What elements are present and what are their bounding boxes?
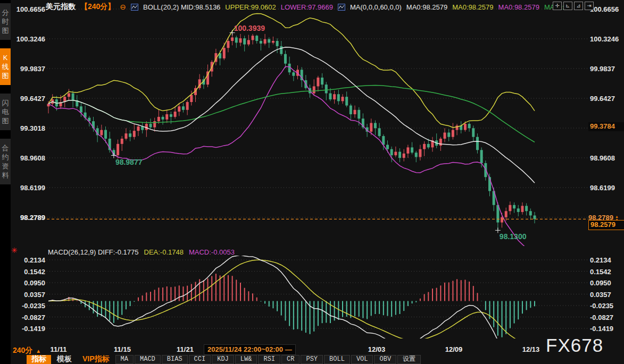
bottom-toolbar: 指标模板VIP指标MAMACDBIASCCIKDJLW&RSICRPSYBOLL…: [27, 355, 421, 364]
legend-item: MA0:98.2579: [498, 3, 539, 11]
x-axis-label: 12/03: [368, 345, 386, 353]
chart-annotation: 98.1300: [500, 232, 527, 241]
legend-item: UPPER:99.0602: [225, 3, 276, 11]
toolbar-button-OBV[interactable]: OBV: [374, 355, 396, 364]
double-up-arrow-icon: ▲▲: [615, 215, 619, 220]
crosshair-icon[interactable]: ✛: [553, 2, 562, 10]
toolbar-button-RSI[interactable]: RSI: [258, 355, 280, 364]
toolbar-button-CR[interactable]: CR: [281, 355, 299, 364]
macd-legend: MACD(26,12,9) DIFF:-0.1775DEA:-0.1748MAC…: [48, 248, 235, 256]
toolbar-button-CCI[interactable]: CCI: [189, 355, 211, 364]
legend-item: MA0:98.2579: [406, 3, 447, 11]
toolbar-button-LW&[interactable]: LW&: [235, 355, 257, 364]
legend-values: BOLL(20,2) MID:98.5136UPPER:99.0602LOWER…: [131, 3, 568, 11]
legend-item: LOWER:97.9669: [281, 3, 333, 11]
toolbar-button-设置[interactable]: 设置: [397, 355, 421, 364]
toolbar-button-模板[interactable]: 模板: [52, 355, 77, 364]
period-tag: 【240分】: [80, 2, 115, 12]
session-range-box[interactable]: 2025/11/24 22:00~02:00 —: [204, 344, 296, 355]
x-axis-label: 12/09: [445, 345, 463, 353]
axis-value-badge: 99.3784: [588, 122, 624, 131]
alarm-icon[interactable]: ✳: [11, 246, 18, 255]
collapse-icon[interactable]: ⊖: [120, 3, 126, 11]
x-axis-label: 11/21: [177, 345, 194, 353]
footer-period-text: 240分: [13, 346, 32, 355]
legend-item: MA0:98.2579: [452, 3, 493, 11]
x-axis-label: 11/15: [114, 345, 131, 353]
macd-legend-item: DEA:-0.1748: [144, 248, 184, 256]
toolbar-button-VOL[interactable]: VOL: [351, 355, 373, 364]
symbol-title: 美元指数: [46, 2, 76, 12]
chart-annotation: 100.3939: [234, 24, 265, 32]
legend-item: MA(0,0,0,60,0,0): [350, 3, 402, 11]
last-price-badge: 98.2579: [588, 220, 624, 230]
legend-item: BOLL(20,2) MID:98.5136: [143, 3, 220, 11]
macd-legend-item: MACD(26,12,9) DIFF:-0.1775: [48, 248, 139, 256]
watermark: FX678: [546, 335, 603, 356]
indicator-legend: 美元指数【240分】⊖ BOLL(20,2) MID:98.5136UPPER:…: [46, 2, 568, 12]
indicator-chart-icon[interactable]: [131, 4, 138, 11]
chart-annotation: 98.9877: [115, 158, 143, 166]
toolbar-button-MA[interactable]: MA: [115, 355, 134, 364]
x-axis-label: 12/13: [522, 345, 540, 353]
toolbar-button-MACD[interactable]: MACD: [135, 355, 161, 364]
indicator-chart-icon[interactable]: [338, 4, 345, 11]
window-button-group: ✛⊾⊿⇥: [553, 2, 594, 10]
go-to-latest-icon[interactable]: ⇥: [585, 2, 594, 10]
zoom-axis-left-icon[interactable]: ⊾: [563, 2, 572, 10]
toolbar-button-VIP指标[interactable]: VIP指标: [78, 355, 114, 364]
toolbar-button-指标[interactable]: 指标: [27, 355, 51, 364]
expander-arrow-icon: ▲: [36, 348, 41, 354]
zoom-axis-right-icon[interactable]: ⊿: [574, 2, 583, 10]
toolbar-button-BOLL[interactable]: BOLL: [324, 355, 350, 364]
x-axis-label: 11/11: [50, 345, 66, 353]
toolbar-button-BIAS[interactable]: BIAS: [162, 355, 188, 364]
macd-legend-item: MACD:-0.0053: [189, 248, 235, 256]
toolbar-button-KDJ[interactable]: KDJ: [212, 355, 234, 364]
toolbar-button-PSY[interactable]: PSY: [301, 355, 323, 364]
candlestick-chart[interactable]: [0, 0, 624, 364]
trading-terminal-window: 分时图K线图闪电图合约资料 美元指数【240分】⊖ BOLL(20,2) MID…: [0, 0, 624, 364]
